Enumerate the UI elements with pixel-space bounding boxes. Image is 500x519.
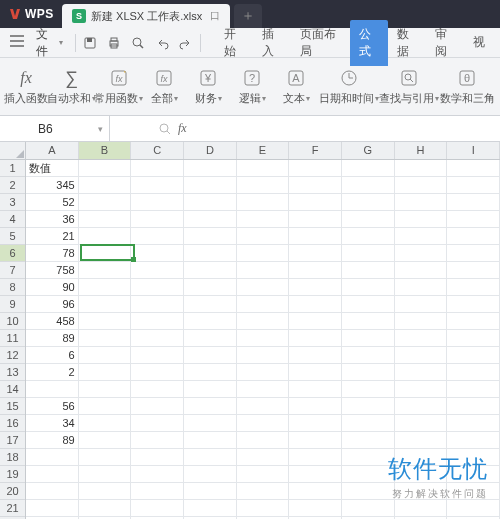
cell-E14[interactable] [237,381,290,398]
row-headers[interactable]: 12345678910111213141516171819202122 [0,160,26,519]
cell-D13[interactable] [184,364,237,381]
cell-A14[interactable] [26,381,79,398]
cell-B14[interactable] [79,381,132,398]
row-header-7[interactable]: 7 [0,262,25,279]
cell-C3[interactable] [131,194,184,211]
hamburger-icon[interactable] [6,32,28,53]
cell-F6[interactable] [289,245,342,262]
cell-B1[interactable] [79,160,132,177]
cell-I7[interactable] [447,262,500,279]
cell-C4[interactable] [131,211,184,228]
column-header-H[interactable]: H [395,142,448,159]
cell-G13[interactable] [342,364,395,381]
cell-G1[interactable] [342,160,395,177]
cell-I13[interactable] [447,364,500,381]
cell-B3[interactable] [79,194,132,211]
cell-G8[interactable] [342,279,395,296]
cell-I19[interactable] [447,466,500,483]
cell-G12[interactable] [342,347,395,364]
cells-area[interactable]: 数值3455236217875890964588962563489 [26,160,500,519]
cell-G18[interactable] [342,449,395,466]
cell-C2[interactable] [131,177,184,194]
cell-I6[interactable] [447,245,500,262]
row-header-13[interactable]: 13 [0,364,25,381]
column-header-G[interactable]: G [342,142,395,159]
math-button[interactable]: θ 数学和三角 [438,60,496,114]
autosum-button[interactable]: ∑ 自动求和▾ [48,60,95,114]
cell-E11[interactable] [237,330,290,347]
cell-F14[interactable] [289,381,342,398]
row-header-2[interactable]: 2 [0,177,25,194]
cell-E10[interactable] [237,313,290,330]
common-functions-button[interactable]: fx 常用函数▾ [95,60,142,114]
tab-more[interactable]: 视 [464,28,494,57]
cell-B16[interactable] [79,415,132,432]
cell-A4[interactable]: 36 [26,211,79,228]
file-menu[interactable]: 文件 ▾ [30,24,69,62]
row-header-14[interactable]: 14 [0,381,25,398]
cell-I9[interactable] [447,296,500,313]
cell-B8[interactable] [79,279,132,296]
cell-H5[interactable] [395,228,448,245]
cell-H17[interactable] [395,432,448,449]
cell-H20[interactable] [395,483,448,500]
column-header-E[interactable]: E [237,142,290,159]
cell-I12[interactable] [447,347,500,364]
datetime-button[interactable]: 日期和时间▾ [318,60,380,114]
cell-I4[interactable] [447,211,500,228]
cell-G5[interactable] [342,228,395,245]
cell-D21[interactable] [184,500,237,517]
cell-B5[interactable] [79,228,132,245]
row-header-21[interactable]: 21 [0,500,25,517]
cell-C6[interactable] [131,245,184,262]
cell-B21[interactable] [79,500,132,517]
cell-A19[interactable] [26,466,79,483]
row-header-12[interactable]: 12 [0,347,25,364]
cell-A3[interactable]: 52 [26,194,79,211]
cell-H13[interactable] [395,364,448,381]
cell-G7[interactable] [342,262,395,279]
cell-B9[interactable] [79,296,132,313]
cell-E4[interactable] [237,211,290,228]
lookup-button[interactable]: 查找与引用▾ [380,60,438,114]
cell-G15[interactable] [342,398,395,415]
row-header-5[interactable]: 5 [0,228,25,245]
cell-F1[interactable] [289,160,342,177]
cell-C14[interactable] [131,381,184,398]
cell-C12[interactable] [131,347,184,364]
cell-C1[interactable] [131,160,184,177]
text-functions-button[interactable]: A 文本▾ [274,60,318,114]
cell-B11[interactable] [79,330,132,347]
document-tab[interactable]: S 新建 XLSX 工作表.xlsx 口 [62,4,230,28]
cell-D15[interactable] [184,398,237,415]
cell-F21[interactable] [289,500,342,517]
cell-B15[interactable] [79,398,132,415]
cell-F10[interactable] [289,313,342,330]
cell-A1[interactable]: 数值 [26,160,79,177]
logical-button[interactable]: ? 逻辑▾ [230,60,274,114]
cell-C21[interactable] [131,500,184,517]
cell-D18[interactable] [184,449,237,466]
cell-I20[interactable] [447,483,500,500]
cell-B6[interactable] [79,245,132,262]
cell-I16[interactable] [447,415,500,432]
cell-F5[interactable] [289,228,342,245]
cell-A7[interactable]: 758 [26,262,79,279]
cell-G20[interactable] [342,483,395,500]
cell-E3[interactable] [237,194,290,211]
cell-C16[interactable] [131,415,184,432]
row-header-16[interactable]: 16 [0,415,25,432]
cell-F16[interactable] [289,415,342,432]
cell-F9[interactable] [289,296,342,313]
row-header-4[interactable]: 4 [0,211,25,228]
cell-E2[interactable] [237,177,290,194]
cell-A11[interactable]: 89 [26,330,79,347]
cell-D16[interactable] [184,415,237,432]
cell-B13[interactable] [79,364,132,381]
cell-F2[interactable] [289,177,342,194]
cell-A6[interactable]: 78 [26,245,79,262]
cell-A9[interactable]: 96 [26,296,79,313]
cell-G19[interactable] [342,466,395,483]
cell-B7[interactable] [79,262,132,279]
cell-E15[interactable] [237,398,290,415]
